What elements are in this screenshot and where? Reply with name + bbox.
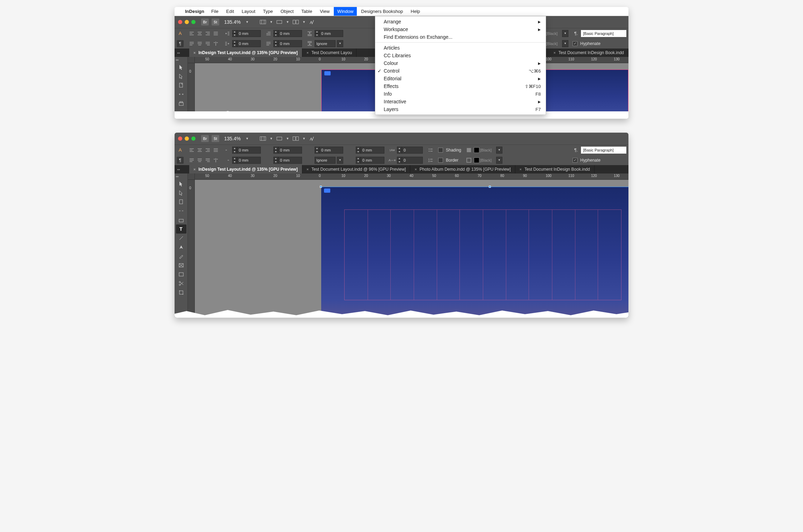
- vertical-ruler[interactable]: 0: [188, 180, 195, 318]
- menu-item-articles[interactable]: Articles: [375, 44, 546, 52]
- page-frame[interactable]: [321, 187, 628, 318]
- selection-handle[interactable]: [320, 186, 322, 188]
- document-tab[interactable]: ×Test Document InDesign Book.indd: [549, 49, 628, 57]
- selection-tool[interactable]: [176, 62, 186, 72]
- zoom-level[interactable]: 135.4%: [224, 136, 241, 141]
- swatch-selector[interactable]: [Black]: [546, 31, 561, 36]
- document-tab[interactable]: ×Test Document InDesign Book.indd: [515, 165, 595, 173]
- align-away-spine-icon[interactable]: [212, 157, 220, 164]
- paragraph-mode-icon[interactable]: ¶: [177, 157, 184, 164]
- hyphenate-checkbox[interactable]: ✓: [573, 41, 577, 46]
- ruler-origin[interactable]: [188, 173, 195, 179]
- close-tab-icon[interactable]: ×: [307, 51, 309, 55]
- menu-edit[interactable]: Edit: [223, 7, 237, 16]
- menu-window[interactable]: Window: [334, 7, 357, 16]
- selection-tool[interactable]: [176, 179, 186, 188]
- direct-selection-tool[interactable]: [176, 188, 186, 197]
- content-collector-tool[interactable]: [176, 99, 186, 108]
- document-tab[interactable]: ×InDesign Test Layout.indd @ 135% [GPU P…: [189, 165, 302, 173]
- align-left-icon[interactable]: [188, 147, 196, 154]
- baseline-grid-select[interactable]: Ignore: [315, 40, 336, 47]
- left-indent-input[interactable]: ▲▼: [232, 30, 261, 37]
- align-away-spine-icon[interactable]: [212, 40, 220, 47]
- menu-item-workspace[interactable]: Workspace▶: [375, 25, 546, 33]
- direct-selection-tool[interactable]: [176, 72, 186, 81]
- menu-object[interactable]: Object: [277, 7, 297, 16]
- view-options-icon[interactable]: [259, 135, 267, 142]
- gpu-performance-icon[interactable]: [308, 19, 316, 25]
- fullscreen-window-button[interactable]: [191, 136, 196, 141]
- close-tab-icon[interactable]: ×: [520, 167, 522, 171]
- close-tab-icon[interactable]: ×: [307, 167, 309, 171]
- fullscreen-window-button[interactable]: [191, 20, 196, 24]
- page-tool[interactable]: [176, 197, 186, 206]
- bridge-button[interactable]: Br: [201, 19, 209, 25]
- menu-designers-bookshop[interactable]: Designers Bookshop: [358, 7, 406, 16]
- close-window-button[interactable]: [178, 136, 182, 141]
- bridge-button[interactable]: Br: [201, 135, 209, 142]
- character-mode-icon[interactable]: A: [177, 30, 184, 37]
- last-line-indent-input[interactable]: ▲▼: [273, 157, 302, 164]
- gap-tool[interactable]: [176, 206, 186, 215]
- justify-full-icon[interactable]: [212, 147, 220, 154]
- chevron-down-icon[interactable]: ▼: [496, 157, 502, 164]
- rectangle-frame-tool[interactable]: [176, 261, 186, 270]
- border-checkbox[interactable]: [438, 158, 443, 163]
- gpu-performance-icon[interactable]: [308, 135, 316, 142]
- expand-panel-icon[interactable]: ▸▸: [175, 58, 187, 62]
- horizontal-ruler[interactable]: 5040302010010203040506070809010011012013…: [188, 173, 628, 180]
- type-tool[interactable]: T: [176, 224, 186, 234]
- first-line-indent-input[interactable]: ▲▼: [273, 30, 302, 37]
- numbered-list-icon[interactable]: 12: [427, 157, 434, 164]
- document-tab[interactable]: ×InDesign Test Layout.indd @ 135% [GPU P…: [189, 49, 302, 57]
- justify-left-icon[interactable]: [188, 157, 196, 164]
- scissors-tool[interactable]: [176, 279, 186, 288]
- drop-cap-lines-input[interactable]: ▲▼: [397, 147, 423, 154]
- pen-tool[interactable]: [176, 243, 186, 252]
- link-badge-icon[interactable]: [324, 71, 331, 75]
- pencil-tool[interactable]: [176, 252, 186, 261]
- right-indent-input[interactable]: ▲▼: [232, 40, 261, 47]
- document-tab[interactable]: ×Photo Album Demo.indd @ 135% [GPU Previ…: [410, 165, 515, 173]
- menu-item-cc-libraries[interactable]: CC Libraries: [375, 52, 546, 59]
- justify-right-icon[interactable]: [204, 157, 212, 164]
- tabstrip-handle-icon[interactable]: ▸▸: [177, 168, 180, 171]
- close-tab-icon[interactable]: ×: [193, 51, 196, 55]
- chevron-down-icon[interactable]: ▼: [286, 20, 289, 24]
- link-badge-icon[interactable]: [324, 189, 330, 193]
- border-swatch[interactable]: [Black]: [474, 157, 495, 163]
- zoom-dropdown-icon[interactable]: ▼: [245, 137, 249, 140]
- chevron-down-icon[interactable]: ▼: [286, 137, 289, 140]
- minimize-window-button[interactable]: [185, 20, 189, 24]
- menu-help[interactable]: Help: [407, 7, 423, 16]
- zoom-level[interactable]: 135.4%: [224, 19, 241, 25]
- shading-checkbox[interactable]: [438, 148, 443, 153]
- justify-center-icon[interactable]: [196, 40, 204, 47]
- paragraph-mode-icon[interactable]: ¶: [177, 40, 184, 47]
- baseline-grid-select[interactable]: Ignore: [315, 157, 336, 164]
- arrange-documents-icon[interactable]: [292, 135, 300, 142]
- space-before-input[interactable]: ▲▼: [315, 147, 343, 154]
- menu-item-layers[interactable]: LayersF7: [375, 105, 546, 113]
- justify-center-icon[interactable]: [196, 157, 204, 164]
- line-tool[interactable]: [176, 234, 186, 243]
- left-indent-input[interactable]: ▲▼: [232, 147, 261, 154]
- hyphenate-checkbox[interactable]: ✓: [573, 158, 577, 163]
- right-indent-input[interactable]: ▲▼: [232, 157, 261, 164]
- justify-right-icon[interactable]: [204, 40, 212, 47]
- menu-item-info[interactable]: InfoF8: [375, 90, 546, 98]
- drop-cap-chars-input[interactable]: ▲▼: [397, 157, 423, 164]
- minimize-window-button[interactable]: [185, 136, 189, 141]
- last-line-indent-input[interactable]: ▲▼: [273, 40, 302, 47]
- document-canvas[interactable]: [195, 180, 628, 318]
- chevron-down-icon[interactable]: ▼: [302, 20, 305, 24]
- screen-mode-icon[interactable]: [275, 135, 283, 142]
- vertical-ruler[interactable]: 0: [188, 63, 195, 111]
- zoom-dropdown-icon[interactable]: ▼: [245, 20, 249, 24]
- close-tab-icon[interactable]: ×: [193, 167, 196, 171]
- menu-type[interactable]: Type: [259, 7, 276, 16]
- character-mode-icon[interactable]: A: [177, 147, 184, 154]
- expand-panel-icon[interactable]: ▸▸: [175, 175, 187, 179]
- chevron-down-icon[interactable]: ▼: [562, 40, 568, 47]
- space-after-input[interactable]: ▲▼: [356, 157, 384, 164]
